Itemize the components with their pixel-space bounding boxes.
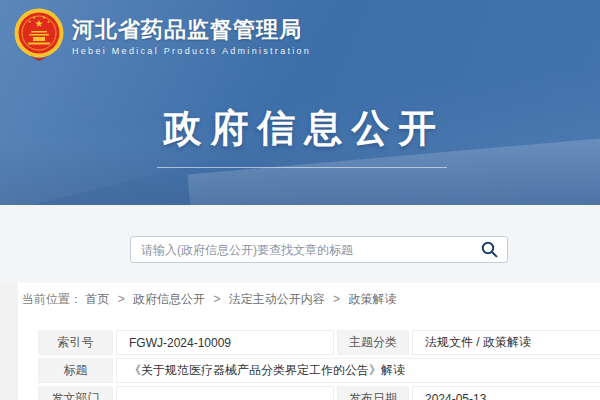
breadcrumb-prefix: 当前位置： [22, 292, 82, 306]
national-emblem-icon: ★ ★ ★ ★ ★ [14, 8, 64, 64]
site-header: ★ ★ ★ ★ ★ 河北省药品监督管理局 Hebei Medical Produ… [0, 0, 600, 205]
breadcrumb-gov-info[interactable]: 政府信息公开 [133, 292, 205, 306]
title-label: 标题 [38, 358, 113, 383]
breadcrumb-statutory-disclosure[interactable]: 法定主动公开内容 [229, 292, 325, 306]
breadcrumb: 当前位置： 首页 > 政府信息公开 > 法定主动公开内容 > 政策解读 [22, 292, 600, 306]
svg-text:★: ★ [47, 19, 51, 24]
svg-text:★: ★ [28, 19, 32, 24]
issuing-department-value [116, 386, 334, 400]
breadcrumb-separator: > [333, 292, 340, 306]
search-icon [481, 241, 498, 258]
banner-underline [157, 167, 447, 168]
issuing-department-label: 发文部门 [38, 386, 113, 400]
search-button[interactable] [471, 237, 507, 262]
document-info-table: 索引号 FGWJ-2024-10009 主题分类 法规文件 / 政策解读 标题 … [35, 327, 600, 400]
breadcrumb-separator: > [213, 292, 220, 306]
breadcrumb-home[interactable]: 首页 [85, 292, 109, 306]
content-area: 当前位置： 首页 > 政府信息公开 > 法定主动公开内容 > 政策解读 索引号 … [0, 283, 600, 400]
page: ★ ★ ★ ★ ★ 河北省药品监督管理局 Hebei Medical Produ… [0, 0, 600, 400]
index-number-label: 索引号 [38, 330, 113, 355]
content-card: 当前位置： 首页 > 政府信息公开 > 法定主动公开内容 > 政策解读 索引号 … [18, 283, 600, 400]
org-names: 河北省药品监督管理局 Hebei Medical Products Admini… [72, 17, 311, 56]
search-box [130, 236, 508, 263]
title-value: 《关于规范医疗器械产品分类界定工作的公告》解读 [116, 358, 600, 383]
table-row: 标题 《关于规范医疗器械产品分类界定工作的公告》解读 [38, 358, 600, 383]
breadcrumb-policy-interpretation[interactable]: 政策解读 [348, 292, 396, 306]
table-row: 索引号 FGWJ-2024-10009 主题分类 法规文件 / 政策解读 [38, 330, 600, 355]
topic-category-value: 法规文件 / 政策解读 [412, 330, 600, 355]
topic-category-label: 主题分类 [337, 330, 409, 355]
svg-text:★: ★ [42, 15, 46, 20]
site-logo[interactable]: ★ ★ ★ ★ ★ 河北省药品监督管理局 Hebei Medical Produ… [14, 8, 311, 64]
svg-text:★: ★ [32, 15, 36, 20]
org-name-en: Hebei Medical Products Administration [72, 46, 311, 56]
banner-title: 政府信息公开 [0, 103, 600, 154]
breadcrumb-separator: > [118, 292, 125, 306]
search-input[interactable] [131, 237, 471, 262]
search-section [0, 205, 600, 283]
org-name-cn: 河北省药品监督管理局 [72, 17, 311, 43]
table-row: 发文部门 发布日期 2024-05-13 [38, 386, 600, 400]
publish-date-label: 发布日期 [337, 386, 409, 400]
index-number-value: FGWJ-2024-10009 [116, 330, 334, 355]
publish-date-value: 2024-05-13 [412, 386, 600, 400]
